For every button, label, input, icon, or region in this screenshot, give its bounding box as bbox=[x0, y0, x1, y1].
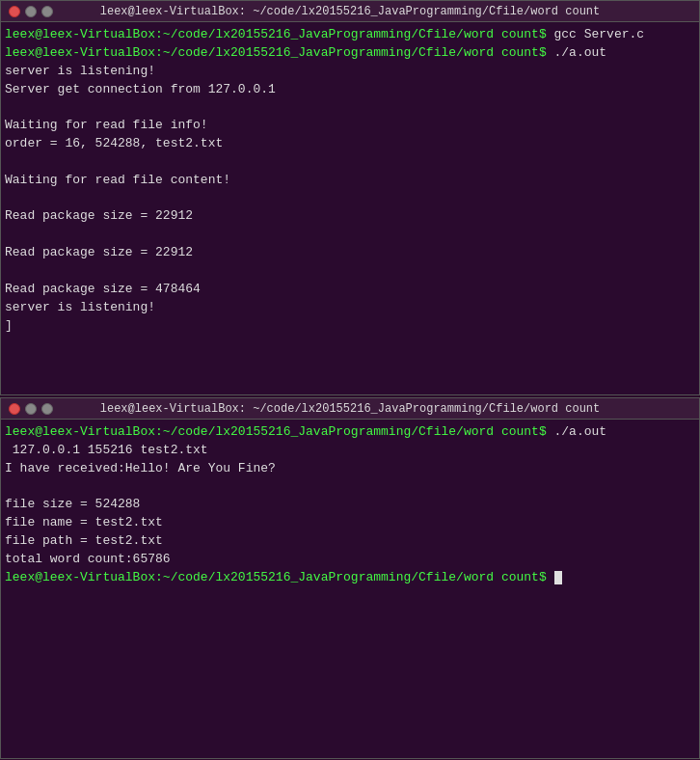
titlebar-bottom: leex@leex-VirtualBox: ~/code/lx20155216_… bbox=[1, 398, 699, 420]
titlebar-buttons-top bbox=[9, 6, 53, 17]
close-button-top[interactable] bbox=[9, 6, 20, 17]
terminal-line bbox=[5, 153, 695, 172]
terminal-line bbox=[5, 478, 695, 497]
minimize-button-top[interactable] bbox=[25, 6, 37, 17]
maximize-button-top[interactable] bbox=[41, 6, 53, 17]
terminal-line: leex@leex-VirtualBox:~/code/lx20155216_J… bbox=[5, 26, 695, 44]
terminal-line: Server get connection from 127.0.0.1 bbox=[5, 81, 695, 99]
titlebar-title-top: leex@leex-VirtualBox: ~/code/lx20155216_… bbox=[100, 5, 600, 18]
close-button-bottom[interactable] bbox=[9, 403, 20, 415]
terminal-line: server is listening! bbox=[5, 299, 695, 317]
terminal-line: ] bbox=[5, 317, 695, 336]
terminal-line: file path = test2.txt bbox=[5, 532, 695, 551]
terminal-line bbox=[5, 190, 695, 208]
terminal-line: Waiting for read file content! bbox=[5, 172, 695, 190]
terminal-line: order = 16, 524288, test2.txt bbox=[5, 135, 695, 153]
titlebar-buttons-bottom bbox=[9, 403, 53, 415]
terminal-line: leex@leex-VirtualBox:~/code/lx20155216_J… bbox=[5, 44, 695, 63]
terminal-line: I have received:Hello! Are You Fine? bbox=[5, 460, 695, 478]
terminal-line bbox=[5, 226, 695, 244]
terminal-line bbox=[5, 98, 695, 117]
cursor bbox=[554, 571, 562, 584]
terminal-body-bottom: leex@leex-VirtualBox:~/code/lx20155216_J… bbox=[1, 420, 699, 758]
terminal-top[interactable]: leex@leex-VirtualBox: ~/code/lx20155216_… bbox=[0, 0, 700, 395]
terminal-line: Waiting for read file info! bbox=[5, 117, 695, 135]
terminal-line bbox=[5, 262, 695, 281]
terminal-line: 127.0.0.1 155216 test2.txt bbox=[5, 442, 695, 460]
terminal-line: file name = test2.txt bbox=[5, 514, 695, 532]
minimize-button-bottom[interactable] bbox=[25, 403, 37, 415]
terminal-line: file size = 524288 bbox=[5, 496, 695, 514]
titlebar-top: leex@leex-VirtualBox: ~/code/lx20155216_… bbox=[1, 1, 699, 22]
terminal-line: server is listening! bbox=[5, 63, 695, 81]
terminal-line: leex@leex-VirtualBox:~/code/lx20155216_J… bbox=[5, 423, 695, 442]
terminal-line: Read package size = 22912 bbox=[5, 244, 695, 262]
terminal-bottom[interactable]: leex@leex-VirtualBox: ~/code/lx20155216_… bbox=[0, 397, 700, 759]
terminal-line: leex@leex-VirtualBox:~/code/lx20155216_J… bbox=[5, 569, 695, 587]
terminal-body-top: leex@leex-VirtualBox:~/code/lx20155216_J… bbox=[1, 22, 699, 394]
titlebar-title-bottom: leex@leex-VirtualBox: ~/code/lx20155216_… bbox=[100, 402, 600, 416]
terminal-line: Read package size = 22912 bbox=[5, 207, 695, 226]
maximize-button-bottom[interactable] bbox=[41, 403, 53, 415]
terminal-line: Read package size = 478464 bbox=[5, 281, 695, 299]
terminal-line: total word count:65786 bbox=[5, 551, 695, 569]
